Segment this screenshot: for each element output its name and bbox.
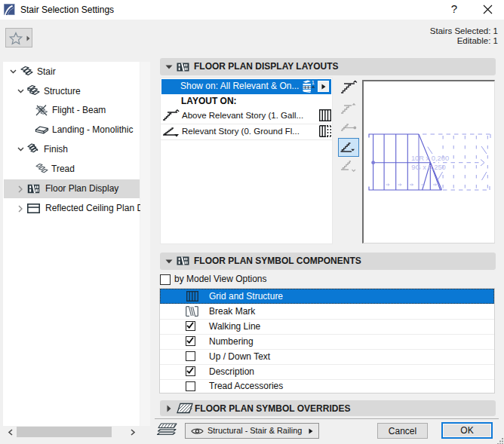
svg-text:1: 1 — [312, 80, 315, 86]
svg-text:9G x 0,250: 9G x 0,250 — [411, 164, 445, 171]
svg-text:10R x 0,200: 10R x 0,200 — [411, 155, 449, 162]
